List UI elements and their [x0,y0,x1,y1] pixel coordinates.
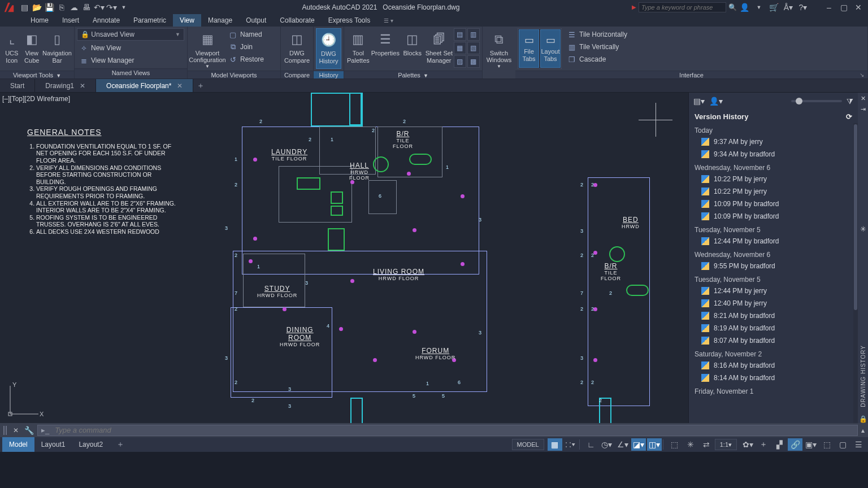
ucs-icon-button[interactable]: ⌞UCS Icon [2,28,21,69]
palette-mini-6[interactable]: ▩ [467,55,480,68]
panel-palettes[interactable]: Palettes ▼ [344,71,482,79]
featured-apps-icon[interactable]: ☰ ▾ [380,14,397,27]
menu-view[interactable]: View [173,14,201,27]
modelspace-button[interactable]: MODEL [512,439,544,450]
tool-palettes-button[interactable]: ▥Tool Palettes [346,28,370,69]
new-icon[interactable]: ▤ [18,1,31,14]
history-item[interactable]: 9:55 PM by bradford [689,260,853,272]
status-tab-model[interactable]: Model [2,437,34,452]
cascade-button[interactable]: ❐Cascade [565,53,630,66]
properties-button[interactable]: ☰Properties [371,28,400,69]
add-scale-icon[interactable]: ＋ [756,438,771,451]
view-cube-button[interactable]: ◧View Cube [23,28,42,69]
history-item[interactable]: 9:37 AM by jerry [689,136,853,148]
doctab-oceanside[interactable]: Oceanside Floorplan*✕ [96,79,193,92]
sheet-set-manager-button[interactable]: 🗐Sheet Set Manager [426,28,453,69]
command-customize-icon[interactable]: 🔧 [24,426,34,435]
switch-windows-button[interactable]: ⧉Switch Windows▼ [485,28,513,69]
restore-button[interactable]: ▢ [839,2,849,12]
panel-launcher-icon[interactable]: ↘ [858,72,865,78]
panel-pin-icon[interactable]: ⇥ [861,106,866,113]
gear-icon[interactable]: ✿▾ [740,438,755,451]
menu-manage[interactable]: Manage [201,14,239,27]
command-close-icon[interactable]: ✕ [11,426,20,434]
tile-horizontally-button[interactable]: ☰Tile Horizontally [565,28,630,41]
menu-insert[interactable]: Insert [55,14,86,27]
redo-icon[interactable]: ↷▾ [105,1,118,14]
grid-icon[interactable]: ▦ [548,438,562,451]
history-item[interactable]: 12:40 PM by jerry [689,297,853,310]
palette-mini-1[interactable]: ▤ [454,28,466,41]
signin-icon[interactable]: 👤 [739,2,749,12]
status-tab-layout1[interactable]: Layout1 [34,437,72,452]
new-view-button[interactable]: ✧New View [77,42,185,54]
undo-icon[interactable]: ↶▾ [93,1,105,14]
menu-parametric[interactable]: Parametric [127,14,173,27]
history-item[interactable]: 12:44 PM by jerry [689,285,853,297]
refresh-icon[interactable]: ⟳ [846,112,852,121]
history-item[interactable]: 10:09 PM by bradford [689,210,853,223]
isodraft-icon[interactable]: ∠▾ [615,438,630,451]
palette-mini-4[interactable]: ▧ [467,42,480,54]
palette-mini-2[interactable]: ▥ [467,28,480,41]
web-mobile-icon[interactable]: ☁ [68,1,80,14]
transparency-icon[interactable]: ✳ [683,438,698,451]
panel-close-icon[interactable]: ✕ [861,95,866,102]
view-mode-icon[interactable]: ▤▾ [693,97,705,106]
status-tab-add[interactable]: ＋ [110,437,131,452]
ucs-icon[interactable]: Y X [6,379,45,419]
menu-collaborate[interactable]: Collaborate [273,14,321,27]
new-tab-button[interactable]: ＋ [193,79,208,92]
history-item[interactable]: 12:44 PM by bradford [689,235,853,247]
search-icon[interactable]: 🔍 [728,3,737,11]
blocks-button[interactable]: ◫Blocks [401,28,424,69]
hardware-accel-icon[interactable]: ⬚ [819,438,834,451]
help-icon[interactable]: ?▾ [798,2,808,12]
close-icon[interactable]: ✕ [80,82,85,90]
workspace-icon[interactable]: ▞ [772,438,787,451]
file-tabs-toggle[interactable]: ▭File Tabs [519,29,539,68]
search-input[interactable] [639,2,726,12]
qa-dropdown-icon[interactable]: ▼ [118,1,130,14]
cart-icon[interactable]: 🛒 [769,2,779,12]
palette-mini-3[interactable]: ▦ [454,42,466,54]
open-icon[interactable]: 📂 [31,1,43,14]
named-button[interactable]: ▢Named [226,28,266,41]
minimize-button[interactable]: – [824,2,834,12]
plot-icon[interactable]: 🖶 [80,1,93,14]
lineweight-icon[interactable]: ⬚ [667,438,682,451]
tile-vertically-button[interactable]: ▥Tile Vertically [565,41,630,53]
history-item[interactable]: 8:14 AM by bradford [689,372,853,384]
zoom-slider[interactable] [791,100,842,102]
dwg-compare-button[interactable]: ◫DWG Compare [283,28,311,69]
apps-icon[interactable]: Å▾ [783,2,793,12]
customize-status-icon[interactable]: ☰ [851,438,866,451]
navigation-bar-button[interactable]: ▯Navigation Bar [42,28,72,69]
cycling-icon[interactable]: ⇄ [699,438,714,451]
command-input[interactable] [54,425,854,435]
save-icon[interactable]: 💾 [43,1,55,14]
drawing-canvas[interactable]: [–][Top][2D Wireframe] GENERAL NOTES FOU… [0,93,688,423]
app-logo[interactable] [2,1,16,14]
views-combo[interactable]: 🔒 Unsaved View▼ [77,28,184,41]
history-item[interactable]: 10:09 PM by bradford [689,198,853,210]
view-manager-button[interactable]: ≣View Manager [77,54,185,67]
join-button[interactable]: ⧉Join [226,41,266,53]
ortho-icon[interactable]: ∟ [584,438,598,451]
history-item[interactable]: 8:21 AM by bradford [689,310,853,322]
history-item[interactable]: 8:16 AM by bradford [689,359,853,372]
panel-lock-icon[interactable]: 🔒 [859,415,867,423]
menu-home[interactable]: Home [24,14,55,27]
close-icon[interactable]: ✕ [177,82,183,90]
status-tab-layout2[interactable]: Layout2 [72,437,110,452]
polar-icon[interactable]: ◷▾ [600,438,614,451]
history-item[interactable]: 8:19 AM by bradford [689,322,853,334]
history-item[interactable]: 10:22 PM by jerry [689,185,853,198]
drag-handle-icon[interactable] [3,426,8,435]
doctab-drawing1[interactable]: Drawing1✕ [35,79,96,92]
saveas-icon[interactable]: ⎘ [55,1,68,14]
doctab-start[interactable]: Start [0,79,35,92]
history-item[interactable]: 10:22 PM by jerry [689,173,853,185]
user-filter-icon[interactable]: 👤▾ [709,97,723,106]
layout-tabs-toggle[interactable]: ▭Layout Tabs [540,29,561,68]
